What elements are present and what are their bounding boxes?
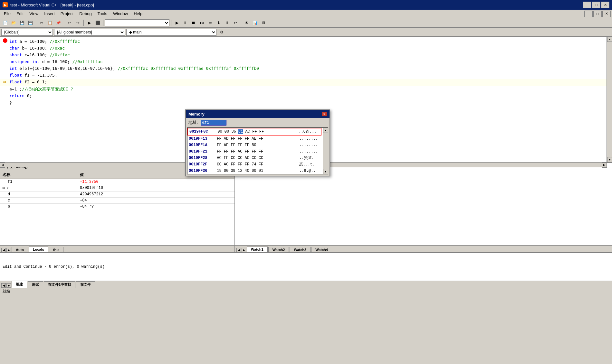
separator-3 <box>83 20 84 26</box>
tab-auto[interactable]: Auto <box>12 247 28 252</box>
members-combo[interactable]: [All global members] <box>54 29 125 36</box>
debug-btn-1[interactable]: ▶ <box>173 19 181 26</box>
debug-btn-7[interactable]: ⬆ <box>223 19 231 26</box>
mem-scroll-down[interactable]: ▼ <box>323 169 328 174</box>
code-line: a=1 ;//把a的次高字节变成EE ? <box>0 86 607 93</box>
tab-debug[interactable]: 调试 <box>28 281 43 288</box>
debug-btn-8[interactable]: ↩ <box>232 19 239 26</box>
menu-debug[interactable]: Debug <box>77 11 94 17</box>
memory-btn[interactable]: 🖥 <box>260 19 267 26</box>
watch-btn[interactable]: 👁 <box>243 19 251 26</box>
mem-address: 0019FF1A <box>189 142 215 148</box>
maximize-button[interactable]: □ <box>592 2 600 8</box>
row-name: f1 <box>0 179 77 185</box>
breakpoint-area[interactable] <box>3 38 9 45</box>
row-value: 0x0019ff10 <box>77 185 234 191</box>
dialog-close-button[interactable]: × <box>322 112 327 116</box>
new-file-button[interactable]: 📄 <box>1 19 9 26</box>
locals-btn[interactable]: 📊 <box>251 19 259 26</box>
paste-button[interactable]: 📌 <box>54 19 62 26</box>
build-button[interactable]: ▶ <box>85 19 93 26</box>
tab-find2[interactable]: 在文件 <box>76 281 95 288</box>
mem-bytes: 19 00 39 12 40 00 01 <box>215 168 294 174</box>
tab-watch3[interactable]: Watch3 <box>290 247 311 252</box>
table-row[interactable]: f1 -11.3750 <box>0 179 234 185</box>
tab-this[interactable]: this <box>49 247 64 252</box>
scroll-right-button[interactable]: ▶ <box>602 163 607 168</box>
menu-project[interactable]: Project <box>58 11 76 17</box>
menu-insert[interactable]: Insert <box>42 11 57 17</box>
scroll-down-button[interactable]: ▼ <box>607 157 612 162</box>
tab-watch2[interactable]: Watch2 <box>268 247 289 252</box>
output-text: Edit and Continue - 0 error(s), 0 warnin… <box>3 265 105 269</box>
dialog-title-bar: Memory × <box>186 110 330 118</box>
save-all-button[interactable]: 💾 <box>26 19 34 26</box>
tab-watch4[interactable]: Watch4 <box>311 247 332 252</box>
menu-help[interactable]: Help <box>131 11 145 17</box>
close-button[interactable]: ✕ <box>601 2 609 8</box>
cut-button[interactable]: ✂ <box>38 19 45 26</box>
mem-scroll-up[interactable]: ▲ <box>323 128 328 133</box>
breakpoint-dot[interactable] <box>3 38 7 43</box>
tab-scroll-right[interactable]: ▶ <box>6 248 11 252</box>
stop-button[interactable]: ⬛ <box>94 19 101 26</box>
toolbar-combo[interactable] <box>105 19 169 26</box>
debug-btn-2[interactable]: ⏸ <box>181 19 189 26</box>
table-row[interactable]: c -84 <box>0 198 234 204</box>
menu-edit[interactable]: Edit <box>14 11 26 17</box>
table-row[interactable]: b -84 '?' <box>0 204 234 208</box>
mem-chars: ..6连... <box>294 129 320 135</box>
memory-dialog: Memory × 地址: 0019FF0C 00 00 36 C1 AC FF … <box>185 109 330 176</box>
output-tab-scroll-right[interactable]: ▶ <box>6 283 11 288</box>
locals-tabs-bar: ◀ ▶ Auto Locals this <box>0 245 234 252</box>
row-value: -84 <box>77 198 234 203</box>
scroll-thumb[interactable] <box>607 42 612 157</box>
undo-button[interactable]: ↩ <box>66 19 73 26</box>
code-content: unsigned int d = 16-100; //0xffffffac <box>9 59 604 65</box>
mem-bytes: FF AF FF FF FF B0 <box>215 142 294 148</box>
watch-tab-scroll-left[interactable]: ◀ <box>236 248 241 252</box>
table-row[interactable]: d 4294967212 <box>0 191 234 198</box>
globals-combo[interactable]: [Globals] <box>1 29 53 36</box>
debug-btn-4[interactable]: ⏭ <box>198 19 206 26</box>
tab-scroll-left[interactable]: ◀ <box>1 248 6 252</box>
copy-button[interactable]: 📋 <box>46 19 54 26</box>
editor-vert-scroll[interactable]: ▲ ▼ <box>607 37 612 162</box>
address-input[interactable] <box>201 120 226 126</box>
debug-btn-3[interactable]: ⏹ <box>190 19 197 26</box>
mem-bytes: FF FF FF AC FF FF FF <box>215 149 294 154</box>
function-combo[interactable]: ◆ main <box>126 29 216 36</box>
open-button[interactable]: 📂 <box>10 19 17 26</box>
mem-address: 0019FF36 <box>189 168 215 174</box>
scroll-up-button[interactable]: ▲ <box>607 37 612 42</box>
mdi-close-button[interactable]: ✕ <box>602 11 611 17</box>
tab-find1[interactable]: 在文件1中查找 <box>44 281 75 288</box>
watch-tab-scroll-right[interactable]: ▶ <box>242 248 246 252</box>
tab-locals[interactable]: Locals <box>29 247 48 252</box>
nav-settings-button[interactable]: ⚙ <box>218 29 225 36</box>
output-tab-scroll-left[interactable]: ◀ <box>1 283 6 288</box>
memory-row: 0019FF1A FF AF FF FF FF B0 ........ <box>187 142 321 148</box>
menu-view[interactable]: View <box>27 11 41 17</box>
menu-tools[interactable]: Tools <box>95 11 110 17</box>
memory-scrollbar[interactable]: ▲ ▼ <box>323 128 328 174</box>
row-value: 4294967212 <box>77 191 234 197</box>
tab-watch1[interactable]: Watch1 <box>247 247 268 252</box>
menu-file[interactable]: File <box>1 11 13 17</box>
debug-btn-6[interactable]: ⬇ <box>215 19 223 26</box>
mem-address: 0019FF0C <box>189 129 215 135</box>
menu-window[interactable]: Window <box>110 11 130 17</box>
mdi-min-button[interactable]: − <box>584 11 593 17</box>
redo-button[interactable]: ↪ <box>74 19 82 26</box>
tab-build[interactable]: 组建 <box>12 281 27 288</box>
minimize-button[interactable]: − <box>583 2 591 8</box>
code-content: short c=16-100; //0xffac <box>9 52 604 59</box>
mem-address: 0019FF13 <box>189 136 215 142</box>
mdi-max-button[interactable]: □ <box>593 11 602 17</box>
table-row[interactable]: ⊞ e 0x0019ff10 <box>0 185 234 191</box>
scroll-left-button[interactable]: ◀ <box>0 163 5 168</box>
debug-btn-5[interactable]: ➡ <box>206 19 214 26</box>
save-button[interactable]: 💾 <box>18 19 26 26</box>
mem-scroll-thumb[interactable] <box>323 133 328 169</box>
row-name: b <box>0 204 77 208</box>
